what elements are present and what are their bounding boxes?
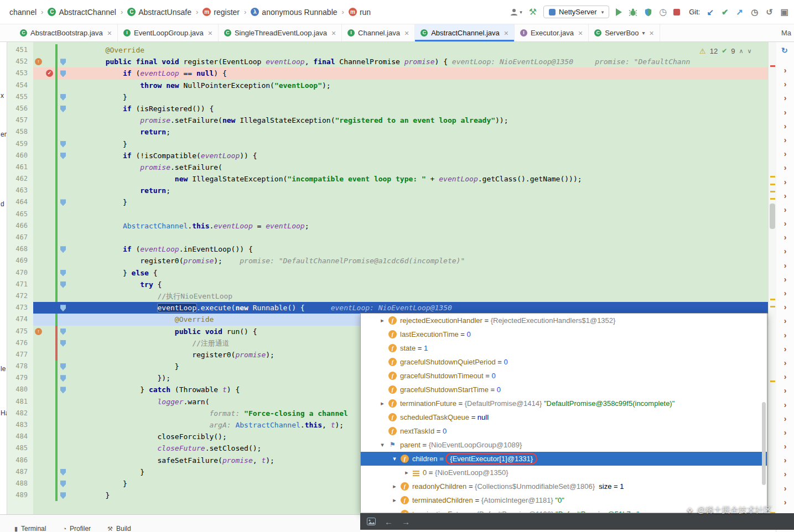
code-line[interactable]: 469 register0(promise); promise: "Defaul… [7, 255, 768, 267]
line-gutter[interactable] [33, 419, 71, 431]
statusbar-item-profiler[interactable]: ◔Profiler [63, 525, 91, 532]
code-line[interactable]: 460 if (!isCompatible(eventLoop)) { [7, 150, 768, 161]
line-number[interactable]: 467 [7, 232, 33, 243]
line-number[interactable]: 478 [7, 361, 33, 372]
line-number[interactable]: 462 [7, 173, 33, 185]
code-line[interactable]: 464 } [7, 196, 768, 208]
line-number[interactable]: 454 [7, 80, 33, 91]
line-gutter[interactable] [33, 384, 71, 395]
expand-chevron-icon[interactable]: › [776, 77, 794, 91]
expand-chevron-icon[interactable]: › [776, 496, 794, 509]
editor-scrollbar[interactable] [768, 42, 776, 514]
variable-row-rejectedExecutionHandler[interactable]: ▸frejectedExecutionHandler = {RejectedEx… [361, 314, 767, 327]
expand-chevron-icon[interactable]: › [776, 273, 794, 286]
line-number[interactable]: 455 [7, 91, 33, 103]
expand-chevron-icon[interactable]: › [776, 426, 794, 440]
expand-chevron-icon[interactable]: › [776, 161, 794, 175]
expand-chevron-icon[interactable]: › [776, 64, 794, 77]
code-line[interactable]: 455 } [7, 91, 768, 103]
line-gutter[interactable] [33, 243, 71, 255]
line-gutter[interactable] [33, 489, 71, 501]
breakpoint-icon[interactable]: ✓ [46, 70, 53, 77]
expand-chevron-icon[interactable]: › [776, 91, 794, 105]
line-gutter[interactable] [33, 208, 71, 220]
line-gutter[interactable] [33, 466, 71, 478]
line-number[interactable]: 469 [7, 255, 33, 267]
tree-chevron-icon[interactable]: ▸ [388, 483, 401, 490]
line-gutter[interactable] [33, 114, 71, 126]
line-number[interactable]: 477 [7, 349, 33, 361]
line-gutter[interactable] [33, 220, 71, 232]
update-project-icon[interactable]: ↙ [707, 7, 714, 17]
code-line[interactable]: 461 promise.setFailure( [7, 161, 768, 173]
expand-chevron-icon[interactable]: › [776, 370, 794, 384]
expand-chevron-icon[interactable]: › [776, 259, 794, 273]
line-gutter[interactable] [33, 150, 71, 161]
code-line[interactable]: 462 new IllegalStateException("incompati… [7, 173, 768, 185]
expand-chevron-icon[interactable]: › [776, 119, 794, 133]
line-number[interactable]: 465 [7, 208, 33, 220]
breadcrumb-item-run[interactable]: mrun [347, 7, 372, 18]
variable-row-scheduledTaskQueue[interactable]: fscheduledTaskQueue = null [361, 410, 767, 424]
tab-SingleThreadEventLoop-java[interactable]: CSingleThreadEventLoop.java× [219, 24, 342, 41]
tree-chevron-icon[interactable]: ▸ [401, 469, 413, 476]
line-number[interactable]: 468 [7, 243, 33, 255]
line-number[interactable]: 461 [7, 161, 33, 173]
line-gutter[interactable] [33, 314, 71, 325]
tab-overflow-label[interactable]: Ma [781, 29, 791, 37]
line-gutter[interactable] [33, 232, 71, 243]
line-number[interactable]: 486 [7, 455, 33, 466]
expand-chevron-icon[interactable]: › [776, 244, 794, 258]
push-icon[interactable]: ↗ [736, 7, 744, 17]
line-number[interactable]: 458 [7, 126, 33, 138]
variable-row-children[interactable]: ▾fchildren = {EventExecutor[1]@1331} [361, 452, 767, 466]
line-number[interactable]: 451 [7, 44, 33, 56]
line-number[interactable]: 457 [7, 114, 33, 126]
line-gutter[interactable] [33, 442, 71, 454]
close-tab-icon[interactable]: × [331, 29, 336, 38]
line-gutter[interactable] [33, 290, 71, 302]
code-line[interactable]: 472 //执行NioEventLoop [7, 290, 768, 302]
line-gutter[interactable] [33, 196, 71, 208]
expand-chevron-icon[interactable]: › [776, 482, 794, 496]
tab-AbstractChannel-java[interactable]: CAbstractChannel.java× [415, 24, 515, 41]
tree-chevron-icon[interactable]: ▾ [388, 455, 401, 462]
line-gutter[interactable]: ✓ [33, 67, 71, 79]
line-gutter[interactable] [33, 349, 71, 361]
expand-chevron-icon[interactable]: › [776, 342, 794, 356]
line-gutter[interactable] [33, 267, 71, 279]
variable-row-gracefulShutdownTimeout[interactable]: fgracefulShutdownTimeout = 0 [361, 369, 767, 383]
line-number[interactable]: 479 [7, 372, 33, 384]
line-number[interactable]: 487 [7, 466, 33, 478]
line-number[interactable]: 470 [7, 267, 33, 279]
line-gutter[interactable] [33, 337, 71, 349]
line-number[interactable]: 453 [7, 67, 33, 79]
expand-chevron-icon[interactable]: › [776, 300, 794, 314]
variable-row-readonlyChildren[interactable]: ▸freadonlyChildren = {Collections$Unmodi… [361, 479, 767, 493]
statusbar-item-terminal[interactable]: ▮Terminal [14, 525, 46, 532]
expand-chevron-icon[interactable]: › [776, 147, 794, 161]
debugger-variables-popup[interactable]: ▸frejectedExecutionHandler = {RejectedEx… [360, 313, 767, 513]
tree-chevron-icon[interactable]: ▾ [376, 441, 388, 448]
line-number[interactable]: 473 [7, 302, 33, 314]
breadcrumb-item-abstractchannel[interactable]: CAbstractChannel [46, 7, 118, 18]
expand-chevron-icon[interactable]: › [776, 231, 794, 244]
line-gutter[interactable] [33, 103, 71, 114]
line-number[interactable]: 471 [7, 279, 33, 290]
expand-chevron-icon[interactable]: › [776, 203, 794, 217]
stop-button[interactable] [673, 9, 680, 15]
line-number[interactable]: 459 [7, 138, 33, 150]
line-gutter[interactable] [33, 455, 71, 466]
line-gutter[interactable] [33, 185, 71, 196]
next-issue-icon[interactable]: ∨ [747, 48, 751, 55]
line-gutter[interactable] [33, 126, 71, 138]
line-number[interactable]: 463 [7, 185, 33, 196]
expand-chevron-icon[interactable]: › [776, 175, 794, 189]
close-tab-icon[interactable]: × [208, 29, 212, 38]
code-line[interactable]: 468 if (eventLoop.inEventLoop()) { [7, 243, 768, 255]
line-gutter[interactable] [33, 161, 71, 173]
code-line[interactable]: 452↑ public final void register(EventLoo… [7, 56, 768, 67]
line-gutter[interactable] [33, 361, 71, 372]
line-number[interactable]: 456 [7, 103, 33, 114]
line-number[interactable]: 482 [7, 408, 33, 419]
